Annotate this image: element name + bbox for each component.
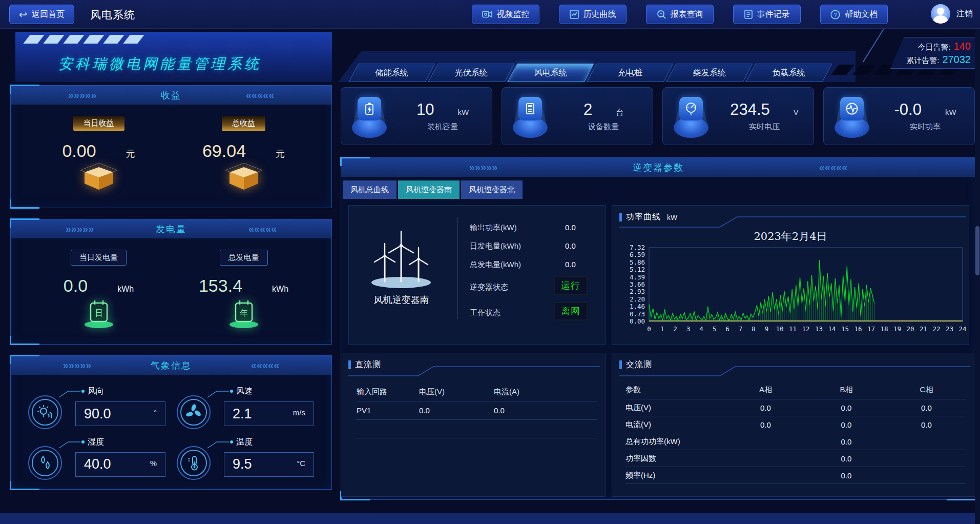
chevrons-right-icon: »»»»» [341, 162, 625, 173]
svg-text:1.46: 1.46 [630, 303, 645, 310]
humidity-label: 湿度 [88, 437, 104, 448]
wind-speed-box: 2.1 m/s [224, 401, 314, 426]
realtime-voltage-card: V 234.5 V 实时电压 [662, 87, 814, 145]
realtime-power-unit: kW [945, 108, 956, 116]
weather-panel: »»»»» 气象信息 ««««« 风向 90.0 ° [10, 355, 332, 490]
day-calendar-icon: 日 [79, 297, 118, 329]
svg-text:2: 2 [673, 325, 677, 333]
report-query-button[interactable]: 报表查询 [646, 5, 714, 24]
link-line [206, 439, 235, 449]
svg-text:23: 23 [946, 325, 953, 333]
generation-panel: »»»»» 发电量 ««««« 当日发电量 0.0 kWh 日 [10, 219, 332, 345]
svg-text:0.00: 0.00 [630, 317, 645, 325]
daily-generation-label: 当日发电量 [71, 250, 127, 266]
svg-text:7: 7 [739, 325, 743, 333]
chevrons-left-icon: ««««« [194, 223, 331, 235]
brand-banner: 安科瑞微电网能量管理系统 [15, 32, 332, 82]
inverter-status-badge: 运行 [554, 276, 588, 295]
daily-generation-unit: kWh [117, 285, 134, 294]
capacity-icon [358, 97, 381, 120]
event-log-icon [744, 10, 753, 19]
tab-load-system[interactable]: 负载系统 [745, 64, 832, 82]
svg-text:11: 11 [789, 325, 797, 333]
tab-charging-pile[interactable]: 充电桩 [587, 64, 673, 82]
gold-box-icon [224, 163, 263, 192]
svg-text:年: 年 [240, 309, 248, 317]
installed-capacity-unit: kW [457, 108, 469, 116]
logout-button[interactable]: 注销 [956, 9, 973, 19]
help-docs-button[interactable]: ? 帮助文档 [820, 5, 888, 24]
weather-panel-title: 气象信息 [143, 359, 199, 372]
devices-icon [518, 97, 542, 120]
hazard-stripes-icon [27, 35, 141, 44]
today-alarm-value: 140 [954, 41, 971, 52]
event-log-button[interactable]: 事件记录 [733, 5, 801, 24]
dc-header-row: 输入回路 电压(V) 电流(A) [357, 383, 597, 401]
divider [457, 217, 458, 319]
temperature-icon [177, 446, 211, 480]
svg-text:3: 3 [686, 325, 691, 333]
scrollbar-thumb[interactable] [975, 226, 979, 275]
svg-text:22: 22 [932, 325, 940, 333]
generation-panel-header: »»»»» 发电量 ««««« [11, 219, 331, 238]
wind-turbine-icon [360, 219, 442, 293]
tab-wind-system[interactable]: 风电系统 [507, 64, 594, 82]
report-search-icon [657, 10, 666, 19]
svg-text:日: 日 [95, 309, 103, 317]
total-alarm-label: 累计告警: [906, 56, 939, 66]
footer-bar [0, 513, 980, 524]
today-alarm-label: 今日告警: [918, 43, 950, 52]
tab-diesel-system[interactable]: 柴发系统 [666, 64, 753, 82]
inverter-tab-total-curve[interactable]: 风机总曲线 [343, 180, 397, 199]
realtime-power-label: 实时功率 [910, 122, 941, 132]
help-icon: ? [830, 10, 840, 19]
history-curve-button[interactable]: 历史曲线 [559, 5, 627, 24]
total-revenue-value: 69.04 [202, 141, 246, 161]
back-home-button[interactable]: ↩ 返回首页 [9, 5, 74, 24]
svg-text:14: 14 [828, 325, 836, 333]
realtime-voltage-label: 实时电压 [749, 122, 780, 132]
temperature-value: 9.5 [233, 456, 252, 472]
tab-pv-system[interactable]: 光伏系统 [428, 64, 514, 82]
voltage-icon: V [679, 97, 703, 120]
svg-text:10: 10 [776, 325, 783, 333]
chevrons-left-icon: ««««« [199, 359, 331, 371]
svg-text:20: 20 [906, 325, 914, 333]
back-home-label: 返回首页 [32, 9, 65, 20]
svg-text:18: 18 [880, 325, 888, 333]
work-status-badge: 离网 [554, 302, 588, 320]
power-curve-panel: 功率曲线 kW 2023年2月4日 7.326.595.865.124.393.… [612, 205, 969, 345]
humidity-icon [28, 446, 62, 480]
inverter-info-panel: 风机逆变器南 输出功率(kW) 0.0 日发电量(kWh) 0.0 总发电量(k… [348, 205, 606, 345]
revenue-panel-title: 收益 [154, 89, 189, 102]
realtime-power-value: -0.0 [894, 100, 921, 119]
ac-measure-panel: 交流测 参数 A相 B相 C相 电压(V)0.00.00.0 电流(V)0.00… [612, 353, 975, 497]
dc-empty-row [357, 420, 597, 438]
wind-speed-item: 风速 2.1 m/s [174, 384, 322, 435]
daily-revenue-label: 当日收益 [73, 116, 124, 131]
wind-speed-label: 风速 [236, 386, 253, 397]
alarm-summary: 今日告警: 140 累计告警: 27032 [890, 37, 976, 69]
topbar: ↩ 返回首页 风电系统 视频监控 历史曲线 报表查询 事件记录 ? [0, 0, 980, 29]
ac-measure-title: 交流测 [619, 359, 652, 370]
ac-row-current: 电流(V)0.00.00.0 [625, 416, 966, 433]
humidity-unit: % [150, 459, 157, 468]
total-generation-unit: kWh [272, 285, 288, 294]
svg-text:8: 8 [752, 325, 756, 333]
svg-text:?: ? [833, 11, 837, 17]
svg-text:4.39: 4.39 [630, 273, 645, 281]
daily-generation-metric: 当日发电量 0.0 kWh 日 [26, 250, 171, 329]
svg-text:17: 17 [867, 325, 875, 333]
inverter-tab-north[interactable]: 风机逆变器北 [461, 180, 523, 199]
svg-text:0.73: 0.73 [630, 310, 645, 318]
svg-text:21: 21 [920, 325, 927, 333]
inverter-tab-south[interactable]: 风机逆变器南 [398, 180, 460, 199]
topbar-actions: 视频监控 历史曲线 报表查询 事件记录 ? 帮助文档 [472, 5, 888, 24]
tab-storage-system[interactable]: 储能系统 [348, 64, 435, 82]
inverter-panel-header: »»»»» 逆变器参数 ««««« [341, 158, 975, 177]
svg-text:16: 16 [854, 325, 862, 333]
total-revenue-metric: 总收益 69.04 元 [171, 116, 316, 192]
video-monitor-button[interactable]: 视频监控 [472, 5, 539, 24]
inverter-panel: »»»»» 逆变器参数 ««««« 风机总曲线 风机逆变器南 风机逆变器北 [341, 157, 976, 500]
avatar[interactable] [931, 4, 950, 24]
